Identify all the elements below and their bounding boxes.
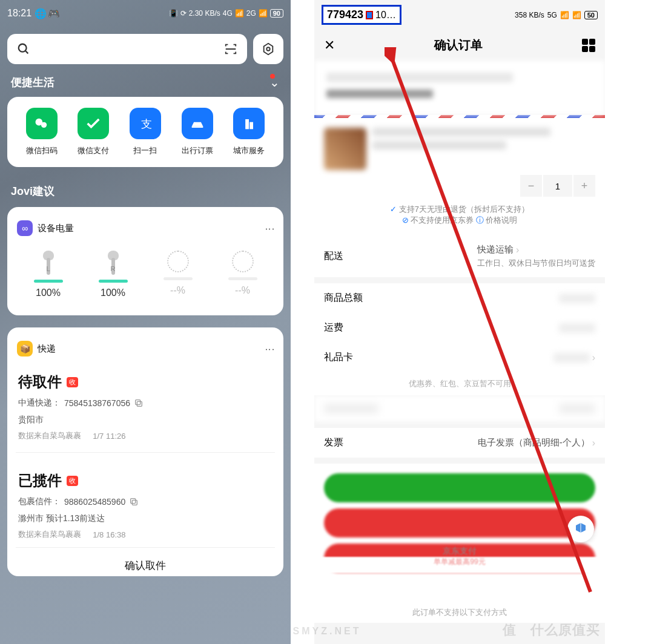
info-icon[interactable]: ⓘ xyxy=(476,215,484,225)
gear-icon xyxy=(262,42,275,56)
svg-rect-10 xyxy=(137,401,142,406)
product-image xyxy=(324,128,366,170)
wechat-pay-icon xyxy=(78,108,109,139)
svg-point-3 xyxy=(266,47,270,51)
svg-rect-9 xyxy=(249,122,253,130)
wechat-scan-icon xyxy=(26,108,58,139)
copy-icon[interactable] xyxy=(129,497,139,507)
quantity-value: 1 xyxy=(543,175,572,197)
svc-city[interactable]: 城市服务 xyxy=(233,108,265,156)
express-title: 快递 xyxy=(38,343,56,355)
chevron-right-icon: › xyxy=(592,352,595,363)
clock: 18:21 xyxy=(7,8,31,19)
invoice-row[interactable]: 发票 电子发票（商品明细-个人）› xyxy=(314,428,605,458)
goods-total-row: 商品总额 xyxy=(314,283,605,313)
net-rate: 2.30 KB/s xyxy=(189,9,220,18)
promo-note: 优惠券、红包、京豆暂不可用 xyxy=(314,372,605,395)
svg-rect-11 xyxy=(136,400,140,405)
device-3: --% xyxy=(157,251,199,298)
wifi-icon: 📶 xyxy=(572,11,581,19)
plus-button[interactable]: + xyxy=(573,175,595,197)
package-icon: 📦 xyxy=(17,341,33,356)
life-title: 便捷生活 xyxy=(11,75,54,90)
watermark-site: SMYZ.NET xyxy=(0,626,654,637)
assistant-button[interactable] xyxy=(567,516,594,542)
scan-icon xyxy=(224,42,237,56)
svg-line-1 xyxy=(25,51,28,54)
page-header: ✕ 确认订单 xyxy=(314,30,605,61)
earbud-right: R 100% xyxy=(92,251,134,298)
signal-bars-icon: 📶 xyxy=(560,11,569,19)
more-icon[interactable]: ⋮ xyxy=(265,345,276,352)
svc-wechat-pay[interactable]: 微信支付 xyxy=(78,108,109,156)
blurred-row xyxy=(314,395,605,422)
svc-alipay-scan[interactable]: 支 扫一扫 xyxy=(130,108,161,156)
cube-icon xyxy=(573,522,588,536)
quantity-stepper[interactable]: − 1 + xyxy=(324,175,595,197)
express-card: 📦 快递 ⋮ 待取件 收 中通快递： 75845138767056 贵阳市 数据… xyxy=(7,327,283,576)
alipay-scan-icon: 支 xyxy=(130,108,161,139)
settings-button[interactable] xyxy=(253,34,283,64)
search-icon xyxy=(17,42,30,56)
grid-icon[interactable] xyxy=(582,39,595,52)
signal-1: 4G xyxy=(223,9,233,18)
earbud-left: L 100% xyxy=(27,251,70,298)
gift-card-row[interactable]: 礼品卡 › xyxy=(314,343,605,372)
freight-row: 运费 xyxy=(314,313,605,343)
confirm-pickup-button[interactable]: 确认取件 xyxy=(16,547,275,576)
tracking-number: 9886025485960 xyxy=(64,497,125,507)
device-4: --% xyxy=(222,251,264,298)
svg-marker-2 xyxy=(264,44,273,54)
shipping-row[interactable]: 配送 快递运输› 工作日、双休日与节假日均可送货 xyxy=(314,235,605,277)
svg-point-5 xyxy=(41,122,47,128)
life-section-header[interactable]: 便捷生活 ⌄ xyxy=(7,75,283,97)
globe-icon: 🌐 xyxy=(36,9,45,18)
train-icon xyxy=(182,108,213,139)
address-block[interactable] xyxy=(314,61,605,115)
payment-option-2[interactable] xyxy=(324,508,595,537)
battery-percent: 50 xyxy=(584,11,598,19)
signal-bars-icon: 📶 xyxy=(259,9,268,18)
spinner-icon xyxy=(232,251,254,272)
more-icon[interactable]: ⋮ xyxy=(265,225,276,232)
highlight-box: 779423 10… xyxy=(322,5,401,25)
svg-rect-7 xyxy=(191,126,203,128)
building-icon xyxy=(233,108,265,139)
svc-wechat-scan[interactable]: 微信扫码 xyxy=(26,108,58,156)
pay-subtitle: 单单减最高99元 xyxy=(314,557,605,573)
signal-2: 2G xyxy=(246,9,256,18)
search-bar[interactable] xyxy=(7,34,247,64)
order-confirm-screen: 779423 10… 358 KB/s 5G 📶 📶 50 ✕ 确认订单 − 1… xyxy=(314,0,605,644)
battery-percent: 90 xyxy=(270,9,283,18)
vibrate-icon: 📳 xyxy=(169,9,178,18)
battery-card: ∞ 设备电量 ⋮ L 100% R 100% --% xyxy=(7,207,283,315)
jovi-title: Jovi建议 xyxy=(7,179,283,207)
svg-rect-8 xyxy=(245,119,249,129)
svg-rect-12 xyxy=(133,500,137,505)
package-collected[interactable]: 已揽件 收 包裹信件： 9886025485960 滁州市 预计1.13前送达 … xyxy=(16,464,275,540)
svg-rect-13 xyxy=(131,499,136,504)
life-services-card: 微信扫码 微信支付 支 扫一扫 出行订票 城市服务 xyxy=(7,97,283,167)
infinity-icon: ∞ xyxy=(17,220,33,236)
check-icon: ✓ xyxy=(390,205,397,214)
status-bar: 18:21 🌐 🎮 📳 ⟳ 2.30 KB/s 4G 📶 2G 📶 90 xyxy=(7,0,283,27)
payment-option-1[interactable] xyxy=(324,473,595,502)
home-screen: 18:21 🌐 🎮 📳 ⟳ 2.30 KB/s 4G 📶 2G 📶 90 便捷生… xyxy=(0,0,291,644)
package-pending[interactable]: 待取件 收 中通快递： 75845138767056 贵阳市 数据来自菜鸟裹裹 … xyxy=(16,365,275,441)
ban-icon: ⊘ xyxy=(402,215,409,225)
product-card: − 1 + ✓ 支持7天无理由退货（拆封后不支持） ⊘ 不支持使用京东券 ⓘ 价… xyxy=(314,118,605,235)
battery-card-title: 设备电量 xyxy=(38,223,74,234)
tracking-number: 75845138767056 xyxy=(64,398,130,408)
footer-note: 此订单不支持以下支付方式 xyxy=(314,602,605,623)
svg-text:支: 支 xyxy=(141,118,152,130)
svc-travel[interactable]: 出行订票 xyxy=(182,108,213,156)
refresh-icon: ⟳ xyxy=(180,9,187,18)
app-icon: 🎮 xyxy=(50,9,58,18)
chevron-right-icon: › xyxy=(516,245,519,255)
copy-icon[interactable] xyxy=(134,398,144,408)
status-bar: 779423 10… 358 KB/s 5G 📶 📶 50 xyxy=(314,0,605,30)
jd-pay-label: 京东支付 xyxy=(314,546,605,557)
minus-button[interactable]: − xyxy=(520,175,542,197)
close-icon[interactable]: ✕ xyxy=(324,38,335,53)
page-title: 确认订单 xyxy=(434,37,483,53)
